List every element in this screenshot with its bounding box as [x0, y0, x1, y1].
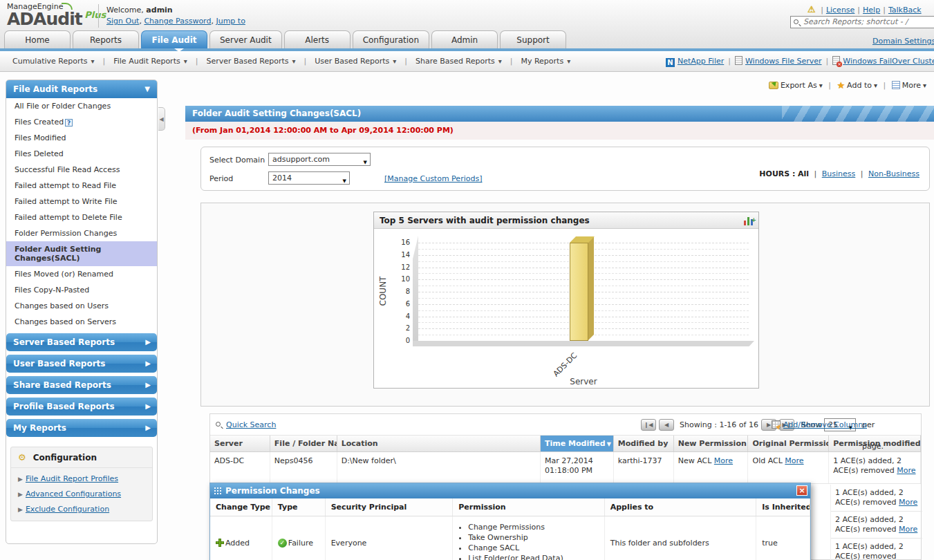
tab-configuration[interactable]: Configuration [353, 30, 429, 48]
column-header-location[interactable]: Location [337, 436, 541, 451]
manage-custom-periods-link[interactable]: [Manage Custom Periods] [384, 174, 482, 183]
search-input[interactable]: Search Reports; shortcut - / [790, 16, 934, 28]
menu-cumulative-reports[interactable]: Cumulative Reports [12, 57, 95, 66]
sidebar-item-failed-attempt-to-delete-file[interactable]: Failed attempt to Delete File [6, 209, 157, 225]
more-link[interactable]: More [897, 466, 915, 475]
link-sign-out[interactable]: Sign Out [106, 17, 139, 26]
sidebar-item-files-created[interactable]: Files Created? [6, 114, 157, 130]
product-suffix-label: Plus [84, 10, 106, 20]
more-link[interactable]: More [899, 498, 917, 507]
sidebar-item-changes-based-on-users[interactable]: Changes based on Users [6, 298, 157, 314]
column-header-modified-by[interactable]: Modified by [614, 436, 674, 451]
config-link-exclude-configuration[interactable]: Exclude Configuration [26, 505, 109, 514]
popup-column-change-type: Change Type [210, 498, 272, 516]
sidebar-section-profile-based-reports[interactable]: Profile Based Reports▶ [6, 398, 157, 416]
hours-business-link[interactable]: Business [822, 169, 856, 178]
sidebar-item-folder-permission-changes[interactable]: Folder Permission Changes [6, 225, 157, 241]
sidebar-item-changes-based-on-servers[interactable]: Changes based on Servers [6, 314, 157, 330]
column-header-new-permission[interactable]: New Permission [674, 436, 749, 451]
help-icon[interactable]: ? [65, 119, 73, 127]
chart-type-icon[interactable] [743, 216, 754, 225]
tab-reports[interactable]: Reports [73, 30, 139, 48]
warning-icon[interactable]: ⚠ [807, 4, 816, 15]
link-change-password[interactable]: Change Password [144, 17, 211, 26]
chart-title: Top 5 Servers with audit permission chan… [374, 212, 758, 229]
menu-share-based-reports[interactable]: Share Based Reports [415, 57, 502, 66]
sidebar-item-files-modified[interactable]: Files Modified [6, 130, 157, 146]
more-icon [892, 81, 900, 89]
column-header-server[interactable]: Server [210, 436, 270, 451]
hours-non-business-link[interactable]: Non-Business [868, 169, 919, 178]
sidebar-section-user-based-reports[interactable]: User Based Reports▶ [6, 355, 157, 373]
column-header-time-modified[interactable]: Time Modified▼ [541, 436, 614, 451]
domain-select[interactable]: adsupport.com [268, 153, 371, 166]
menu-server-based-reports[interactable]: Server Based Reports [206, 57, 295, 66]
bar-3d-side [588, 236, 594, 341]
link-netapp-filer[interactable]: NetApp Filer [678, 57, 724, 66]
sidebar-item-successful-file-read-access[interactable]: Successful File Read Access [6, 162, 157, 178]
tab-file-audit[interactable]: File Audit [141, 30, 207, 48]
y-tick-label: 8 [393, 288, 410, 295]
tab-home[interactable]: Home [4, 30, 71, 48]
popup-header-row: Change TypeTypeSecurity PrincipalPermiss… [210, 498, 810, 516]
sidebar-item-all-file-or-folder-changes[interactable]: All File or Folder Changes [6, 98, 157, 114]
chart-bar[interactable] [570, 243, 588, 341]
more-button[interactable]: More▾ [892, 81, 926, 90]
link-windows-file-server[interactable]: Windows File Server [745, 57, 822, 66]
column-header-original-permission[interactable]: Original Permission [748, 436, 829, 451]
close-icon[interactable]: × [796, 485, 807, 496]
more-link[interactable]: More [899, 525, 917, 534]
domain-settings-link[interactable]: Domain Settings [872, 37, 934, 46]
chevron-down-icon [389, 57, 396, 66]
sidebar-header-file-audit-reports[interactable]: File Audit Reports ▼ [6, 80, 157, 98]
period-select[interactable]: 2014 [268, 171, 350, 185]
sidebar-item-files-deleted[interactable]: Files Deleted [6, 146, 157, 162]
tab-support[interactable]: Support [500, 30, 566, 48]
menu-file-audit-reports[interactable]: File Audit Reports [113, 57, 187, 66]
more-link[interactable]: More [714, 456, 733, 465]
sidebar-collapse-handle[interactable]: ◀ [158, 107, 165, 131]
link-license[interactable]: License [826, 6, 854, 15]
column-header-file-folder-name[interactable]: File / Folder Name [270, 436, 337, 451]
sidebar-item-failed-attempt-to-write-file[interactable]: Failed attempt to Write File [6, 194, 157, 209]
permission-modified-column-cells: 1 ACE(s) added, 2 ACE(s) removed More2 A… [830, 485, 922, 560]
more-link[interactable]: More [785, 456, 803, 465]
menu-my-reports[interactable]: My Reports [521, 57, 570, 66]
sidebar-section-server-based-reports[interactable]: Server Based Reports▶ [6, 333, 157, 351]
cell-new-permission: New ACL More [674, 452, 749, 483]
sidebar-item-failed-attempt-to-read-file[interactable]: Failed attempt to Read File [6, 178, 157, 194]
quick-search-link[interactable]: Quick Search [216, 414, 276, 436]
link-help[interactable]: Help [863, 6, 880, 15]
export-as-button[interactable]: Export As▾ [769, 81, 823, 90]
popup-title-bar[interactable]: Permission Changes × [210, 483, 810, 498]
popup-column-security-principal: Security Principal [326, 498, 454, 516]
page-title: Folder Audit Setting Changes(SACL) [185, 106, 934, 122]
tab-admin[interactable]: Admin [431, 30, 498, 48]
link-jump-to[interactable]: Jump to [216, 17, 245, 26]
search-icon [216, 422, 221, 427]
edit-columns-icon [772, 420, 781, 429]
tab-alerts[interactable]: Alerts [284, 30, 351, 48]
config-link-advanced-configurations[interactable]: Advanced Configurations [26, 489, 121, 498]
drag-handle-icon[interactable] [214, 487, 221, 495]
hours-all: All [798, 169, 809, 178]
config-link-file-audit-report-profiles[interactable]: File Audit Report Profiles [26, 474, 118, 483]
chart-box: Top 5 Servers with audit permission chan… [373, 212, 759, 389]
sidebar-item-folder-audit-setting-changes-sacl[interactable]: Folder Audit Setting Changes(SACL) [6, 241, 157, 266]
first-page-button[interactable]: ❙◀ [641, 419, 656, 431]
chevron-down-icon: ▾ [874, 82, 877, 89]
add-remove-columns-link[interactable]: Add/Remove Columns [772, 414, 867, 436]
y-tick-label: 2 [393, 324, 410, 332]
sidebar-section-share-based-reports[interactable]: Share Based Reports▶ [6, 376, 157, 394]
prev-page-button[interactable]: ◀ [659, 419, 674, 431]
app-logo: ManageEngine ADAudit Plus [7, 3, 106, 28]
sidebar-item-files-copy-n-pasted[interactable]: Files Copy-N-Pasted [6, 282, 157, 298]
chart-left-wall [413, 236, 418, 341]
link-windows-failover-cluster[interactable]: Windows FailOver Cluster [843, 57, 934, 66]
sidebar-item-files-moved-or-renamed[interactable]: Files Moved (or) Renamed [6, 266, 157, 282]
menu-user-based-reports[interactable]: User Based Reports [315, 57, 396, 66]
link-talkback[interactable]: TalkBack [888, 6, 922, 15]
add-to-button[interactable]: ★Add to▾ [837, 81, 877, 90]
tab-server-audit[interactable]: Server Audit [209, 30, 282, 48]
sidebar-section-my-reports[interactable]: My Reports▶ [6, 419, 157, 437]
